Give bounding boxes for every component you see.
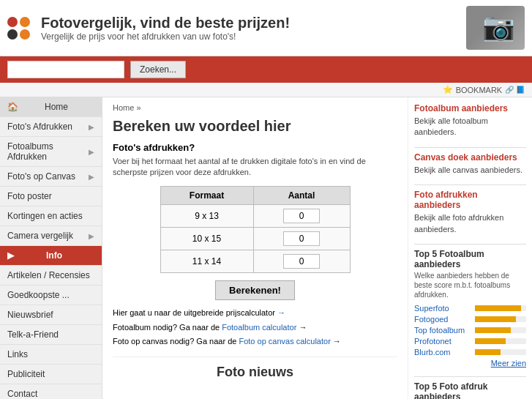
top5-name[interactable]: Fotogoed xyxy=(414,315,448,324)
bar-container xyxy=(475,305,526,311)
sidebar-item-canvas[interactable]: Foto's op Canvas ▶ xyxy=(0,167,102,187)
sidebar-item-poster[interactable]: Foto poster xyxy=(0,187,102,206)
bar xyxy=(475,327,511,333)
top5-album-section: Top 5 Fotoalbum aanbieders Welke aanbied… xyxy=(414,249,526,368)
aantal-10x15 xyxy=(253,227,350,250)
top5-foto-section: Top 5 Foto afdruk aanbieders Profotonet … xyxy=(414,381,526,399)
top5-item: Profotonet xyxy=(414,337,526,346)
aantal-11x14 xyxy=(253,250,350,272)
header-logo: Fotovergelijk, vind de beste prijzen! Ve… xyxy=(7,15,290,42)
sidebar-label: Foto's op Canvas xyxy=(7,171,75,182)
sidebar-item-kortingen[interactable]: Kortingen en acties xyxy=(0,206,102,226)
camera-icon xyxy=(466,6,525,50)
bar xyxy=(475,338,506,344)
format-11x14: 11 x 14 xyxy=(160,250,253,272)
sidebar: 🏠 Home Foto's Afdrukken ▶ Fotoalbums Afd… xyxy=(0,97,102,399)
divider xyxy=(414,184,526,185)
circle-dark xyxy=(7,29,18,40)
fotoalbum-title[interactable]: Fotoalbum aanbieders xyxy=(414,103,526,113)
sidebar-label: Fotoalbums Afdrukken xyxy=(7,141,89,162)
home-icon: 🏠 xyxy=(7,102,18,112)
top5-name[interactable]: Blurb.com xyxy=(414,348,451,357)
sidebar-item-telka[interactable]: Telk-a-Friend xyxy=(0,325,102,345)
prijscalculator-link[interactable]: → xyxy=(277,308,285,317)
page-title: Bereken uw voordeel hier xyxy=(113,118,397,135)
link2-arrow: → xyxy=(296,323,307,332)
format-10x15: 10 x 15 xyxy=(160,227,253,250)
link3-arrow: → xyxy=(331,337,341,346)
sidebar-label: Info xyxy=(46,250,62,261)
fotoalbum-calc-link[interactable]: Fotoalbum calculator xyxy=(222,323,296,332)
table-row: 9 x 13 xyxy=(160,204,350,227)
input-9x13[interactable] xyxy=(283,209,320,223)
top5-name[interactable]: Profotonet xyxy=(414,337,452,346)
sidebar-label: Nieuwsbrief xyxy=(7,310,53,320)
share-icons: 🔗 📘 xyxy=(505,86,525,94)
canvas-title[interactable]: Canvas doek aanbieders xyxy=(414,152,526,163)
calc-heading: Foto's afdrukken? xyxy=(113,142,397,153)
sidebar-label: Publiciteit xyxy=(7,369,45,379)
site-subtitle: Vergelijk de prijs voor het afdrukken va… xyxy=(41,31,290,42)
calc-desc: Voer bij het formaat het aantal af te dr… xyxy=(113,156,397,179)
breadcrumb-home[interactable]: Home xyxy=(113,103,134,112)
fotoalbum-text: Bekijk alle fotoalbum aanbieders. xyxy=(414,116,526,138)
link1-text: Hier gaat u naar de uitgebreide prijscal… xyxy=(113,308,277,317)
link2-pre: Fotoalbum nodig? Ga naar de xyxy=(113,323,222,332)
top5-item: Superfoto xyxy=(414,304,526,313)
sidebar-item-contact[interactable]: Contact xyxy=(0,384,102,399)
top5-item: Blurb.com xyxy=(414,348,526,357)
top5-album-desc: Welke aanbieders hebben de beste score m… xyxy=(414,271,526,299)
sidebar-item-camera[interactable]: Camera vergelijk ▶ xyxy=(0,226,102,246)
bar xyxy=(475,316,516,322)
main-content: Home » Bereken uw voordeel hier Foto's a… xyxy=(102,97,408,399)
sidebar-label: Camera vergelijk xyxy=(7,231,73,241)
bar xyxy=(475,305,521,311)
sidebar-label: Goedkoopste ... xyxy=(7,290,70,300)
sidebar-item-nieuwsbrief[interactable]: Nieuwsbrief xyxy=(0,305,102,325)
berekenen-button[interactable]: Berekenen! xyxy=(215,280,295,300)
sidebar-label: Telk-a-Friend xyxy=(7,329,59,340)
bookmark-label: BOOKMARK xyxy=(456,86,503,94)
search-button[interactable]: Zoeken... xyxy=(130,61,186,78)
arrow-icon: ▶ xyxy=(7,250,14,261)
canvas-calc-link[interactable]: Foto op canvas calculator xyxy=(239,337,330,346)
divider xyxy=(414,147,526,148)
aantal-9x13 xyxy=(253,204,350,227)
sidebar-item-fotos-afdrukken[interactable]: Foto's Afdrukken ▶ xyxy=(0,117,102,137)
bar-container xyxy=(475,327,526,333)
format-9x13: 9 x 13 xyxy=(160,204,253,227)
link3-pre: Foto op canvas nodig? Ga naar de xyxy=(113,337,239,346)
sidebar-item-info[interactable]: ▶ Info xyxy=(0,246,102,266)
bar-container xyxy=(475,349,526,355)
input-11x14[interactable] xyxy=(283,254,320,269)
sidebar-label: Foto poster xyxy=(7,191,52,201)
fotoafdruk-title[interactable]: Foto afdrukken aanbieders xyxy=(414,190,526,210)
site-title: Fotovergelijk, vind de beste prijzen! xyxy=(41,15,290,31)
canvas-section: Canvas doek aanbieders Bekijk alle canva… xyxy=(414,152,526,176)
header: Fotovergelijk, vind de beste prijzen! Ve… xyxy=(0,0,532,56)
search-input[interactable] xyxy=(7,61,124,78)
header-text: Fotovergelijk, vind de beste prijzen! Ve… xyxy=(41,15,290,42)
sidebar-label: Foto's Afdrukken xyxy=(7,122,72,132)
sidebar-item-home[interactable]: 🏠 Home xyxy=(0,97,102,117)
arrow-icon: ▶ xyxy=(89,232,94,240)
top5-name[interactable]: Superfoto xyxy=(414,304,449,313)
sidebar-item-links[interactable]: Links xyxy=(0,345,102,365)
meer-zien-link[interactable]: Meer zien xyxy=(414,359,526,368)
sidebar-label: Kortingen en acties xyxy=(7,211,83,221)
breadcrumb: Home » xyxy=(113,103,397,112)
calc-table: Formaat Aantal 9 x 13 10 x 15 11 x 14 xyxy=(160,186,351,273)
sidebar-item-goedkoopste[interactable]: Goedkoopste ... xyxy=(0,286,102,305)
fotoafdruk-text: Bekijk alle foto afdrukken aanbieders. xyxy=(414,212,526,235)
top5-name[interactable]: Top fotoalbum xyxy=(414,326,465,335)
logo-circles xyxy=(7,17,34,40)
canvas-text: Bekijk alle canvas aanbieders. xyxy=(414,165,526,176)
circle-red xyxy=(7,17,18,27)
red-bar: Zoeken... xyxy=(0,56,532,83)
right-sidebar: Fotoalbum aanbieders Bekijk alle fotoalb… xyxy=(408,97,532,399)
sidebar-item-fotoalbums[interactable]: Fotoalbums Afdrukken ▶ xyxy=(0,137,102,167)
sidebar-item-artikelen[interactable]: Artikelen / Recensies xyxy=(0,266,102,286)
calc-links: Hier gaat u naar de uitgebreide prijscal… xyxy=(113,306,397,349)
input-10x15[interactable] xyxy=(283,231,320,246)
sidebar-item-publiciteit[interactable]: Publiciteit xyxy=(0,365,102,384)
